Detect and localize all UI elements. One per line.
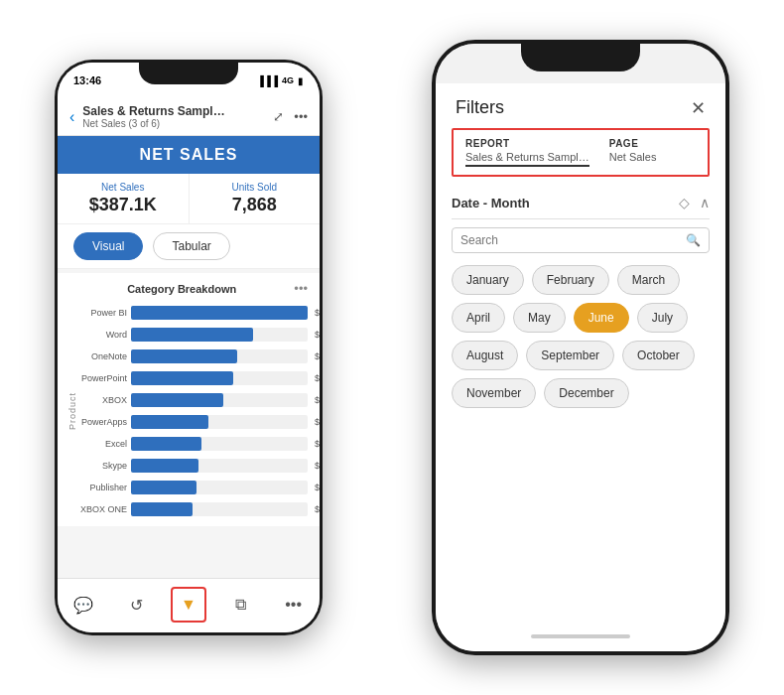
- bar-row: Publisher$19K: [69, 479, 308, 496]
- bar-row: PowerApps$23K: [69, 413, 308, 431]
- bar-row: OneNote$31K: [69, 348, 308, 365]
- axis-label-product: Product: [67, 392, 77, 430]
- bar-value: $31K: [315, 351, 320, 361]
- tab-tabular[interactable]: Tabular: [153, 232, 229, 260]
- kpi-units-sold-value: 7,868: [201, 195, 309, 215]
- bar-value: $21K: [315, 439, 320, 449]
- bar-row: XBOX$27K: [69, 391, 308, 409]
- month-pill[interactable]: September: [526, 341, 614, 370]
- bar-value: $30K: [315, 373, 320, 383]
- bar-fill: [131, 502, 193, 516]
- bar-label: PowerApps: [69, 417, 127, 427]
- bar-value: $27K: [315, 395, 320, 405]
- month-pill[interactable]: June: [574, 303, 629, 333]
- month-pill[interactable]: October: [622, 341, 695, 370]
- filter-tab-page[interactable]: PAGE Net Sales: [609, 138, 657, 167]
- clear-filter-icon[interactable]: ◇: [679, 195, 690, 210]
- month-pill[interactable]: August: [452, 341, 518, 370]
- tab-visual[interactable]: Visual: [73, 232, 143, 260]
- nav-copy-button[interactable]: ⧉: [223, 587, 259, 623]
- bar-label: Word: [69, 330, 127, 340]
- bar-label: Power BI: [69, 308, 127, 318]
- filter-search[interactable]: 🔍: [452, 227, 710, 253]
- date-section-title: Date - Month: [452, 196, 530, 210]
- month-pill[interactable]: January: [452, 265, 524, 295]
- bar-track: $21K: [131, 437, 308, 451]
- nav-refresh-button[interactable]: ↺: [118, 587, 154, 623]
- bar-fill: [131, 393, 223, 407]
- header-title-block: Sales & Returns Sampl… Net Sales (3 of 6…: [82, 104, 265, 129]
- filter-tab-report[interactable]: REPORT Sales & Returns Sampl…: [465, 138, 589, 167]
- bar-value: $20K: [315, 461, 320, 471]
- network-icon: 4G: [282, 75, 294, 85]
- bar-label: OneNote: [69, 351, 127, 361]
- bar-fill: [131, 306, 308, 320]
- bottom-nav: 💬 ↺ ▼ ⧉ •••: [58, 578, 320, 632]
- bar-fill: [131, 349, 237, 363]
- bar-label: Excel: [69, 439, 127, 449]
- status-icons: ▐▐▐ 4G ▮: [257, 75, 304, 86]
- status-bar: 13:46 ▐▐▐ 4G ▮: [58, 63, 320, 98]
- bar-value: $52K: [315, 308, 320, 318]
- more-icon: •••: [285, 596, 302, 614]
- back-button[interactable]: ‹: [69, 108, 74, 126]
- search-input[interactable]: [460, 233, 686, 247]
- bar-track: $19K: [131, 481, 308, 494]
- notch: [139, 63, 238, 84]
- date-section-header: Date - Month ◇ ∧: [452, 187, 710, 219]
- copy-icon: ⧉: [235, 596, 246, 614]
- bar-track: $27K: [131, 393, 308, 407]
- filter-tab-page-title: PAGE: [609, 138, 657, 149]
- bar-fill: [131, 328, 253, 342]
- chart-more-button[interactable]: •••: [294, 281, 308, 296]
- nav-comment-button[interactable]: 💬: [65, 587, 101, 623]
- header-actions: ⤢ •••: [273, 109, 308, 124]
- filter-tab-report-value: Sales & Returns Sampl…: [465, 151, 589, 167]
- month-pill[interactable]: February: [532, 265, 609, 295]
- time-display: 13:46: [73, 74, 101, 86]
- kpi-net-sales-value: $387.1K: [69, 195, 177, 215]
- bar-track: $52K: [131, 306, 308, 320]
- month-grid: JanuaryFebruaryMarchAprilMayJuneJulyAugu…: [452, 265, 710, 408]
- filter-icon: ▼: [181, 596, 196, 614]
- kpi-units-sold-label: Units Sold: [201, 182, 309, 193]
- kpi-net-sales-label: Net Sales: [69, 182, 177, 193]
- filters-header: Filters ✕: [436, 83, 725, 128]
- nav-more-button[interactable]: •••: [276, 587, 312, 623]
- date-section: Date - Month ◇ ∧ 🔍 JanuaryFebruaryMarchA…: [436, 187, 725, 622]
- expand-button[interactable]: ⤢: [273, 109, 284, 124]
- bar-row: Skype$20K: [69, 457, 308, 475]
- bar-track: $20K: [131, 459, 308, 473]
- report-title: Sales & Returns Sampl…: [82, 104, 265, 118]
- bar-track: $18K: [131, 502, 308, 516]
- bar-label: PowerPoint: [69, 373, 127, 383]
- net-sales-banner: NET SALES: [58, 136, 320, 174]
- bar-value: $23K: [315, 417, 320, 427]
- more-button[interactable]: •••: [294, 109, 308, 124]
- chart-section: Category Breakdown ••• Product Power BI$…: [58, 273, 320, 526]
- comment-icon: 💬: [73, 596, 93, 615]
- month-pill[interactable]: November: [452, 378, 536, 408]
- collapse-icon[interactable]: ∧: [700, 195, 710, 210]
- filters-screen: Filters ✕ REPORT Sales & Returns Sampl… …: [436, 83, 725, 622]
- bar-fill: [131, 437, 201, 451]
- filter-tabs-row: REPORT Sales & Returns Sampl… PAGE Net S…: [465, 138, 696, 167]
- bar-fill: [131, 459, 198, 473]
- month-pill[interactable]: December: [544, 378, 628, 408]
- nav-filter-button[interactable]: ▼: [171, 587, 206, 623]
- bar-row: Power BI$52K: [69, 304, 308, 322]
- date-section-icons: ◇ ∧: [679, 195, 710, 210]
- kpi-units-sold: Units Sold 7,868: [190, 174, 321, 223]
- month-pill[interactable]: July: [637, 303, 688, 333]
- filters-title: Filters: [456, 97, 504, 118]
- app-header: ‹ Sales & Returns Sampl… Net Sales (3 of…: [58, 98, 320, 136]
- month-pill[interactable]: May: [513, 303, 566, 333]
- phone-1: 13:46 ▐▐▐ 4G ▮ ‹ Sales & Returns Sampl… …: [55, 60, 323, 635]
- notch-2: [521, 44, 640, 71]
- close-button[interactable]: ✕: [691, 99, 706, 117]
- bar-row: Excel$21K: [69, 435, 308, 453]
- month-pill[interactable]: March: [617, 265, 680, 295]
- month-pill[interactable]: April: [452, 303, 505, 333]
- notch-area-2: [436, 44, 725, 83]
- bar-label: Publisher: [69, 483, 127, 492]
